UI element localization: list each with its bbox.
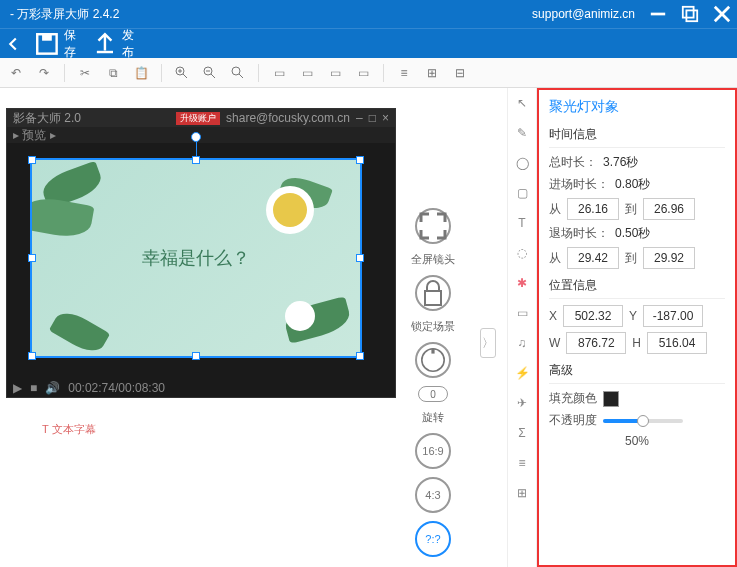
drop-icon[interactable]: ◌: [513, 244, 531, 262]
embedded-close-icon[interactable]: ×: [382, 111, 389, 125]
layer-top-icon[interactable]: ▭: [327, 65, 343, 81]
lock-label: 锁定场景: [411, 319, 455, 334]
publish-button[interactable]: 发布: [92, 27, 136, 61]
enter-dur-value: 0.80秒: [615, 176, 650, 193]
grid-tool-icon[interactable]: ⊞: [513, 484, 531, 502]
svg-line-11: [183, 74, 187, 78]
toolbar: ↶ ↷ ✂ ⧉ 📋 ▭ ▭ ▭ ▭ ≡ ⊞ ⊟: [0, 58, 737, 88]
cut-icon[interactable]: ✂: [77, 65, 93, 81]
h-input[interactable]: [647, 332, 707, 354]
exit-dur-label: 退场时长：: [549, 225, 609, 242]
layer-bottom-icon[interactable]: ▭: [355, 65, 371, 81]
slider-thumb[interactable]: [637, 415, 649, 427]
align-icon[interactable]: ≡: [396, 65, 412, 81]
panel-title: 聚光灯对象: [549, 98, 725, 116]
embedded-max-icon[interactable]: □: [369, 111, 376, 125]
x-input[interactable]: [563, 305, 623, 327]
list-icon[interactable]: ≡: [513, 454, 531, 472]
rotate-dial[interactable]: [415, 342, 451, 378]
panel-toggle[interactable]: 〉: [480, 328, 496, 358]
pencil-icon[interactable]: ✎: [513, 124, 531, 142]
ratio-169-button[interactable]: 16:9: [415, 433, 451, 469]
section-position[interactable]: 位置信息: [549, 277, 725, 299]
zoom-fit-icon[interactable]: [230, 65, 246, 81]
text-subtitle-link[interactable]: T 文本字幕: [42, 422, 96, 437]
maximize-icon[interactable]: [681, 5, 699, 23]
ratio-43-button[interactable]: 4:3: [415, 477, 451, 513]
pointer-icon[interactable]: ↖: [513, 94, 531, 112]
section-advanced[interactable]: 高级: [549, 362, 725, 384]
prev-button[interactable]: [6, 37, 20, 51]
flash-icon[interactable]: ⚡: [513, 364, 531, 382]
svg-line-14: [211, 74, 215, 78]
resize-handle-ne[interactable]: [356, 156, 364, 164]
menu-bar: 保存 发布: [0, 28, 737, 58]
resize-handle-nw[interactable]: [28, 156, 36, 164]
fullscreen-button[interactable]: [415, 208, 451, 244]
lock-button[interactable]: [415, 275, 451, 311]
ratio-custom-button[interactable]: ?:?: [415, 521, 451, 557]
w-input[interactable]: [566, 332, 626, 354]
enter-to-input[interactable]: [643, 198, 695, 220]
layer-up-icon[interactable]: ▭: [271, 65, 287, 81]
close-icon[interactable]: [713, 5, 731, 23]
embedded-min-icon[interactable]: –: [356, 111, 363, 125]
svg-rect-1: [683, 7, 694, 18]
section-time[interactable]: 时间信息: [549, 126, 725, 148]
opacity-slider[interactable]: [603, 419, 683, 423]
rotate-label: 旋转: [422, 410, 444, 425]
save-button[interactable]: 保存: [34, 27, 78, 61]
zoom-out-icon[interactable]: [202, 65, 218, 81]
rotation-handle[interactable]: [191, 132, 201, 142]
resize-handle-w[interactable]: [28, 254, 36, 262]
selection-box[interactable]: [30, 158, 362, 358]
support-email[interactable]: support@animiz.cn: [532, 7, 635, 21]
music-icon[interactable]: ♫: [513, 334, 531, 352]
text-icon[interactable]: T: [513, 214, 531, 232]
resize-handle-se[interactable]: [356, 352, 364, 360]
opacity-percent: 50%: [549, 434, 725, 448]
folder-icon[interactable]: ▭: [513, 304, 531, 322]
undo-icon[interactable]: ↶: [8, 65, 24, 81]
fill-label: 填充颜色: [549, 390, 597, 407]
enter-from-input[interactable]: [567, 198, 619, 220]
upgrade-badge[interactable]: 升级账户: [176, 112, 220, 125]
image-icon[interactable]: ▢: [513, 184, 531, 202]
grid-icon[interactable]: ⊞: [424, 65, 440, 81]
rotate-value[interactable]: 0: [418, 386, 448, 402]
play-icon[interactable]: ▶: [13, 381, 22, 395]
exit-to-input[interactable]: [643, 247, 695, 269]
minimize-icon[interactable]: [649, 5, 667, 23]
y-input[interactable]: [643, 305, 703, 327]
app-title: - 万彩录屏大师 2.4.2: [6, 6, 532, 23]
redo-icon[interactable]: ↷: [36, 65, 52, 81]
embedded-player-bar[interactable]: ▶ ■ 🔊 00:02:74/00:08:30: [7, 379, 395, 397]
embedded-title: 影备大师 2.0: [13, 110, 81, 127]
embedded-subbar: ▸ 预览 ▸: [13, 127, 56, 144]
sigma-icon[interactable]: Σ: [513, 424, 531, 442]
resize-handle-n[interactable]: [192, 156, 200, 164]
resize-handle-e[interactable]: [356, 254, 364, 262]
x-label: X: [549, 309, 557, 323]
svg-point-15: [232, 67, 240, 75]
layer-down-icon[interactable]: ▭: [299, 65, 315, 81]
paste-icon[interactable]: 📋: [133, 65, 149, 81]
publish-label: 发布: [122, 27, 136, 61]
from-label-2: 从: [549, 250, 561, 267]
zoom-in-icon[interactable]: [174, 65, 190, 81]
canvas-area[interactable]: 影备大师 2.0 升级账户 share@focusky.com.cn – □ ×…: [0, 88, 507, 567]
shape-icon[interactable]: ◯: [513, 154, 531, 172]
copy-icon[interactable]: ⧉: [105, 65, 121, 81]
guide-icon[interactable]: ⊟: [452, 65, 468, 81]
floating-controls: 全屏镜头 锁定场景 0 旋转 16:9 4:3 ?:?: [398, 208, 468, 557]
total-dur-value: 3.76秒: [603, 154, 638, 171]
exit-dur-value: 0.50秒: [615, 225, 650, 242]
plane-icon[interactable]: ✈: [513, 394, 531, 412]
person-icon[interactable]: ✱: [513, 274, 531, 292]
volume-icon[interactable]: 🔊: [45, 381, 60, 395]
resize-handle-sw[interactable]: [28, 352, 36, 360]
resize-handle-s[interactable]: [192, 352, 200, 360]
exit-from-input[interactable]: [567, 247, 619, 269]
stop-icon[interactable]: ■: [30, 381, 37, 395]
fill-color-swatch[interactable]: [603, 391, 619, 407]
